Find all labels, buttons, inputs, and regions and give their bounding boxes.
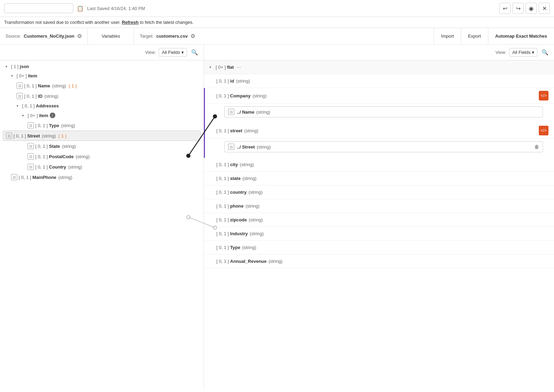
tree-item-country[interactable]: ⊡ [ 0, 1 ] Country (string) <box>0 162 204 172</box>
target-field-company: [ 0, 1 ] Company (string) </> <box>205 88 554 104</box>
field-bracket: [ 0, 1 ] <box>216 162 229 167</box>
mapping-path: ../ <box>237 144 242 150</box>
mapping-type: (string) <box>256 109 270 115</box>
tree-item-id[interactable]: ⊡ [ 0, 1 ] ID (string) <box>0 91 204 101</box>
target-field-annual-revenue: [ 0, 1 ] Annual_Revenue (string) <box>204 255 554 268</box>
source-search-button[interactable]: 🔍 <box>191 49 198 56</box>
source-settings-button[interactable]: ⚙ <box>77 33 82 39</box>
field-name: state <box>230 176 241 181</box>
tree-item-addresses[interactable]: ▾ [ 0, 1 ] Addresses <box>0 101 204 111</box>
field-name: item <box>28 73 37 78</box>
street-mapping-area: ⊡ ../ Street (string) 🗑 <box>205 138 554 158</box>
last-saved-label: Last Saved 4/16/24, 1:40 PM <box>87 6 145 11</box>
target-area: Target: customers.csv ⚙ <box>134 33 434 39</box>
tree-item-street[interactable]: ⊡ [ 0, 1 ] Street (string) ( 1 ) <box>3 131 201 141</box>
search-icon: 🔍 <box>542 49 548 55</box>
field-name: Addresses <box>36 103 59 108</box>
target-settings-button[interactable]: ⚙ <box>190 33 195 39</box>
tree-item-item[interactable]: ▾ [ 0+ ] item <box>0 71 204 80</box>
field-type-icon: ⊡ <box>17 83 23 89</box>
field-name: json <box>20 64 29 69</box>
target-search-button[interactable]: 🔍 <box>542 49 548 56</box>
company-mapping-area: ⊡ ../ Name (string) <box>205 104 554 123</box>
tree-item-name[interactable]: ⊡ [ 0, 1 ] Name (string) ( 1 ) <box>0 80 204 91</box>
code-icon: </> <box>541 93 546 98</box>
undo-icon: ↩ <box>503 5 507 12</box>
export-button[interactable]: Export <box>461 28 488 45</box>
source-panel: View: All Fields ▾ 🔍 ▾ [ 1 ] json ▾ <box>0 45 204 388</box>
field-bracket: [ 0, 1 ] <box>35 154 48 159</box>
refresh-link[interactable]: Refresh <box>122 20 139 25</box>
tree-item-addr-item[interactable]: ▾ [ 0+ ] item i <box>0 111 204 120</box>
search-icon: 🔍 <box>191 49 198 55</box>
street-mapping-delete-button[interactable]: 🗑 <box>534 144 539 150</box>
more-options-icon[interactable]: ··· <box>236 64 241 70</box>
target-field-zipcode: [ 0, 1 ] zipcode (string) <box>204 213 554 227</box>
redo-button[interactable]: ↪ <box>513 3 524 14</box>
field-bracket: [ 0, 1 ] <box>35 123 48 128</box>
preview-button[interactable]: ◉ <box>526 3 537 14</box>
field-bracket: [ 0, 1 ] <box>24 83 37 88</box>
tree-item-postalcode[interactable]: ⊡ [ 0, 1 ] PostalCode (string) <box>0 151 204 162</box>
variables-tab[interactable]: Variables <box>87 28 134 44</box>
tree-item-json-root[interactable]: ▾ [ 1 ] json <box>0 62 204 71</box>
field-type-label: (string) <box>242 245 256 250</box>
header-actions: ↩ ↪ ◉ ✕ <box>499 3 550 14</box>
company-code-button[interactable]: </> <box>539 91 548 101</box>
import-button[interactable]: Import <box>434 28 461 45</box>
preview-icon: ◉ <box>529 5 534 12</box>
field-type-label: (string) <box>240 162 254 167</box>
field-type-label: (string) <box>245 203 259 209</box>
gear-icon-target: ⚙ <box>190 33 195 39</box>
field-name: Annual_Revenue <box>230 259 266 264</box>
field-name: zipcode <box>230 217 247 222</box>
field-type-label: (string) <box>243 176 256 181</box>
target-field-state: [ 0, 1 ] state (string) <box>204 172 554 185</box>
field-bracket: [ 0, 1 ] <box>24 94 37 99</box>
field-name: Street <box>27 133 40 138</box>
source-view-select[interactable]: All Fields ▾ <box>159 48 187 57</box>
field-type-label: (string) <box>236 78 250 84</box>
target-header-item[interactable]: ▾ [ 0+ ] flat ··· <box>204 60 554 74</box>
main-content: View: All Fields ▾ 🔍 ▾ [ 1 ] json ▾ <box>0 45 554 388</box>
source-view-option: All Fields <box>162 50 180 55</box>
field-bracket: [ 0, 1 ] <box>19 175 31 180</box>
source-tree: ▾ [ 1 ] json ▾ [ 0+ ] item ⊡ [ 0, 1 ] <box>0 60 204 184</box>
tree-item-type[interactable]: ⊡ [ 0, 1 ] Type (string) <box>0 120 204 131</box>
undo-button[interactable]: ↩ <box>499 3 510 14</box>
target-filename: customers.csv <box>156 34 188 39</box>
field-type-label: (string) <box>58 175 72 180</box>
target-view-select[interactable]: All Fields ▾ <box>509 48 537 57</box>
target-street-group: [ 0, 1 ] street (string) </> ⊡ ../ Stree… <box>204 123 554 158</box>
field-bracket: [ 0, 1 ] <box>216 128 229 133</box>
field-type-label: (string) <box>42 133 56 138</box>
close-button[interactable]: ✕ <box>539 3 550 14</box>
tree-item-mainphone[interactable]: ⊡ [ 0, 1 ] MainPhone (string) <box>0 172 204 182</box>
field-name: city <box>230 162 238 167</box>
field-bracket: [ 0, 1 ] <box>216 217 229 222</box>
field-name: Type <box>49 123 59 128</box>
target-field-phone: [ 0, 1 ] phone (string) <box>204 199 554 213</box>
gear-icon: ⚙ <box>77 33 82 39</box>
street-mapping-box: ⊡ ../ Street (string) 🗑 <box>224 141 543 152</box>
field-type-label: (string) <box>249 217 263 222</box>
street-code-button[interactable]: </> <box>539 126 548 135</box>
field-bracket: [ 0, 1 ] <box>35 164 48 170</box>
redo-icon: ↪ <box>516 5 520 12</box>
save-status-icon: 📋 <box>77 5 84 12</box>
mapping-type: (string) <box>257 144 271 150</box>
target-view-label: View: <box>496 50 507 55</box>
field-type-label: (string) <box>76 154 90 159</box>
tree-item-state[interactable]: ⊡ [ 0, 1 ] State (string) <box>0 141 204 151</box>
automap-button[interactable]: Automap Exact Matches <box>488 28 554 45</box>
warning-text: Transformation not saved due to conflict… <box>4 20 122 25</box>
chevron-down-icon: ▾ <box>22 114 26 117</box>
title-area: Complex to Flat 📋 Last Saved 4/16/24, 1:… <box>4 3 145 13</box>
warning-bar: Transformation not saved due to conflict… <box>0 17 554 28</box>
field-name: Name <box>38 83 50 88</box>
target-field-city: [ 0, 1 ] city (string) <box>204 158 554 172</box>
source-area: Source: Customers_NoCity.json ⚙ <box>0 33 87 39</box>
field-bracket: [ 0, 1 ] <box>13 133 26 138</box>
field-type-icon: ⊡ <box>11 174 17 180</box>
transformation-title[interactable]: Complex to Flat <box>4 3 73 13</box>
